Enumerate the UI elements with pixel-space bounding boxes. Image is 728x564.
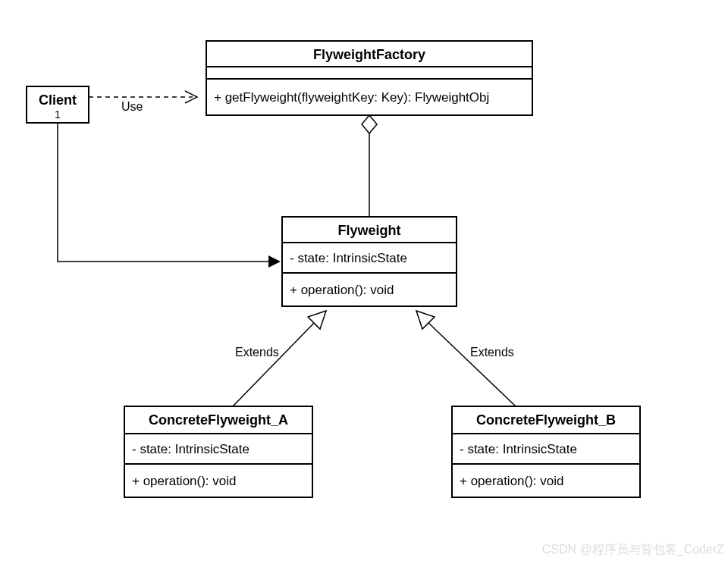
class-concrete-b: ConcreteFlyweight_B - state: IntrinsicSt…	[452, 406, 640, 497]
edge-aggregation	[362, 115, 377, 217]
edge-client-flyweight	[58, 123, 281, 268]
factory-method: + getFlyweight(flyweightKey: Key): Flywe…	[214, 90, 489, 105]
class-flyweight: Flyweight - state: IntrinsicState + oper…	[282, 217, 457, 306]
watermark: CSDN @程序员与背包客_CoderZ	[542, 543, 725, 556]
concrete-b-name: ConcreteFlyweight_B	[476, 412, 616, 428]
client-multiplicity: 1	[55, 108, 61, 121]
edge-use-label: Use	[121, 100, 143, 113]
edge-extends-a-label: Extends	[235, 346, 279, 359]
edge-extends-a: Extends	[233, 311, 326, 406]
edge-use: Use	[89, 91, 197, 113]
class-concrete-a: ConcreteFlyweight_A - state: IntrinsicSt…	[124, 406, 312, 497]
concrete-b-method: + operation(): void	[460, 474, 564, 488]
svg-marker-14	[268, 255, 281, 268]
svg-line-17	[233, 321, 316, 406]
concrete-b-attr: - state: IntrinsicState	[460, 442, 577, 456]
svg-line-19	[426, 321, 516, 406]
concrete-a-method: + operation(): void	[132, 474, 237, 488]
flyweight-attr: - state: IntrinsicState	[290, 251, 407, 265]
client-name: Client	[39, 92, 77, 108]
flyweight-name: Flyweight	[337, 223, 400, 238]
svg-rect-1	[206, 67, 532, 79]
svg-marker-16	[362, 115, 377, 133]
factory-name: FlyweightFactory	[313, 47, 425, 62]
edge-extends-b-label: Extends	[470, 346, 514, 359]
flyweight-method: + operation(): void	[290, 283, 394, 297]
class-flyweight-factory: FlyweightFactory + getFlyweight(flyweigh…	[206, 41, 532, 115]
concrete-a-attr: - state: IntrinsicState	[132, 442, 249, 456]
class-client: Client 1	[27, 86, 89, 123]
concrete-a-name: ConcreteFlyweight_A	[149, 412, 288, 428]
edge-extends-b: Extends	[416, 311, 516, 406]
